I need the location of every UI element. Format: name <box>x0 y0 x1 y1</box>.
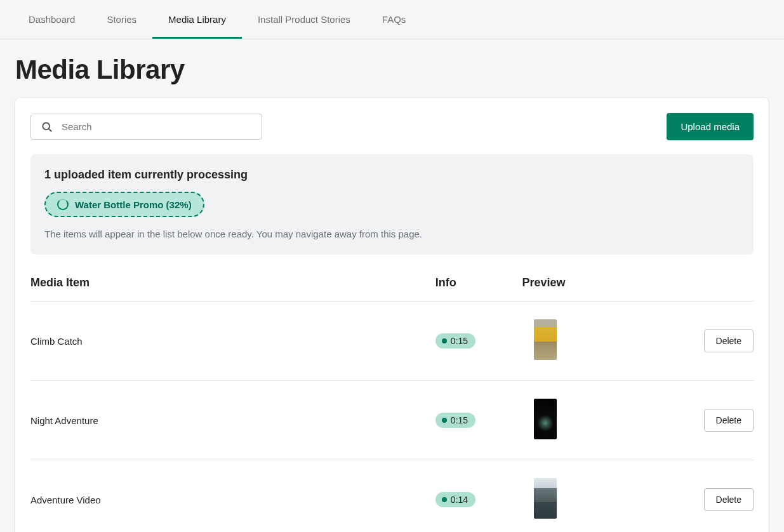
col-header-actions <box>667 269 754 302</box>
tab-dashboard[interactable]: Dashboard <box>13 0 91 39</box>
status-dot-icon <box>442 338 447 343</box>
top-navigation: Dashboard Stories Media Library Install … <box>0 0 784 39</box>
tab-stories[interactable]: Stories <box>91 0 152 39</box>
delete-button[interactable]: Delete <box>704 409 754 432</box>
search-wrapper <box>30 114 262 140</box>
duration-badge: 0:15 <box>435 413 475 428</box>
duration-text: 0:15 <box>451 415 468 425</box>
table-row: Adventure Video 0:14 Delete <box>30 460 754 533</box>
col-header-name: Media Item <box>30 269 435 302</box>
page-title: Media Library <box>15 55 769 85</box>
duration-badge: 0:15 <box>435 333 475 349</box>
media-name: Adventure Video <box>30 460 435 533</box>
preview-thumbnail[interactable] <box>534 399 557 439</box>
processing-item-pill: Water Bottle Promo (32%) <box>44 192 204 217</box>
duration-text: 0:15 <box>451 336 468 346</box>
media-library-card: Upload media 1 uploaded item currently p… <box>15 98 769 532</box>
media-name: Climb Catch <box>30 302 435 381</box>
status-dot-icon <box>442 497 447 502</box>
status-dot-icon <box>442 418 447 423</box>
spinner-icon <box>57 199 69 210</box>
table-row: Climb Catch 0:15 Delete <box>30 302 754 381</box>
tab-install-product-stories[interactable]: Install Product Stories <box>242 0 366 39</box>
table-row: Night Adventure 0:15 Delete <box>30 381 754 460</box>
preview-thumbnail[interactable] <box>534 319 557 360</box>
media-table: Media Item Info Preview Climb Catch 0:15 <box>30 269 754 532</box>
tab-faqs[interactable]: FAQs <box>366 0 422 39</box>
processing-item-label: Water Bottle Promo (32%) <box>75 199 192 210</box>
delete-button[interactable]: Delete <box>704 488 754 511</box>
search-input[interactable] <box>30 114 262 140</box>
delete-button[interactable]: Delete <box>704 329 754 352</box>
upload-media-button[interactable]: Upload media <box>667 113 754 140</box>
search-icon <box>41 121 53 133</box>
duration-text: 0:14 <box>451 495 468 505</box>
tab-media-library[interactable]: Media Library <box>152 0 242 39</box>
col-header-info: Info <box>435 269 522 302</box>
processing-title: 1 uploaded item currently processing <box>44 168 740 182</box>
preview-thumbnail[interactable] <box>534 478 557 519</box>
media-name: Night Adventure <box>30 381 435 460</box>
card-header-row: Upload media <box>30 113 754 140</box>
duration-badge: 0:14 <box>435 492 475 507</box>
col-header-preview: Preview <box>522 269 667 302</box>
svg-line-1 <box>49 128 51 131</box>
processing-banner: 1 uploaded item currently processing Wat… <box>30 154 754 255</box>
processing-note: The items will appear in the list below … <box>44 229 740 239</box>
